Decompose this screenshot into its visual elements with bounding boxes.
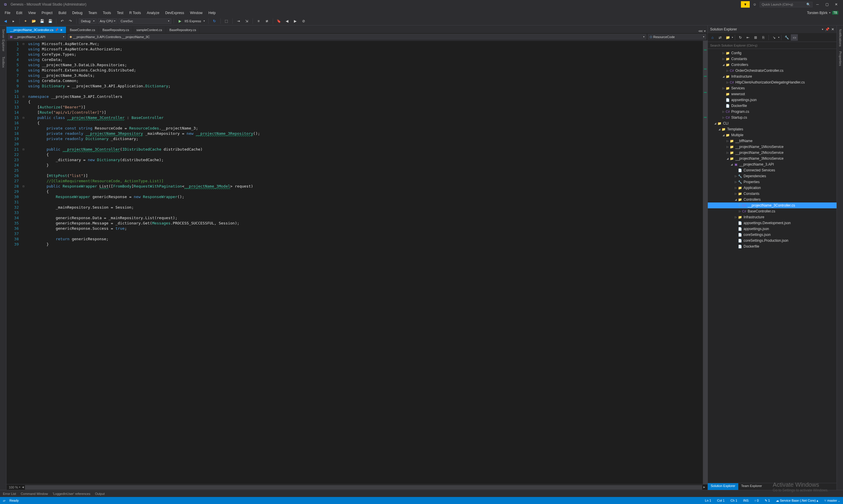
solution-search-input[interactable] [708,42,837,49]
expander-icon[interactable]: ◢ [713,122,717,125]
expander-icon[interactable]: ▷ [725,69,729,72]
expander-icon[interactable]: ▷ [725,81,729,84]
tool-window-tab[interactable]: 'LoggedInUser' references [53,492,90,496]
expander-icon[interactable]: ▷ [721,87,725,90]
refresh-icon[interactable]: ↻ [737,34,744,41]
clear-bookmarks-icon[interactable]: ⊘ [300,18,307,24]
startup-project-dropdown[interactable]: CoreSvc▾ [119,18,171,24]
tree-node[interactable]: ◢📁Templates [708,126,837,132]
side-tab[interactable]: Server Explorer [0,27,6,54]
feedback-icon[interactable]: ☺ [750,1,759,7]
tree-node[interactable]: 📄coreSettings.json [708,232,837,238]
menu-r-tools[interactable]: R Tools [126,10,144,16]
sync-icon[interactable]: ⇄ [717,34,724,41]
tree-node[interactable]: ▷📁Infrastructure [708,214,837,220]
doc-tab[interactable]: sampleContext.cs [133,27,166,33]
tree-node[interactable]: ▷📁Services [708,85,837,91]
expander-icon[interactable]: ▷ [725,151,729,154]
run-icon[interactable]: ▶ [176,18,183,24]
tree-node[interactable]: ▷📁Constants [708,56,837,62]
menu-build[interactable]: Build [55,10,69,16]
tree-node[interactable]: 📄appsettings.json [708,97,837,103]
menu-edit[interactable]: Edit [13,10,25,16]
new-project-icon[interactable]: ✦ [22,18,29,24]
tree-node[interactable]: ▷📁__bffName [708,138,837,144]
expander-icon[interactable]: ▷ [721,57,725,60]
expander-icon[interactable]: ▷ [734,175,738,178]
menu-file[interactable]: File [2,10,13,16]
menu-help[interactable]: Help [206,10,219,16]
tree-node[interactable]: ▷📁Application [708,185,837,191]
tree-node[interactable]: ▷C#HttpClientAuthorizationDelegatingHand… [708,79,837,85]
tree-node[interactable]: 📄Dockerfile [708,244,837,249]
vertical-scrollbar[interactable] [703,41,707,484]
expander-icon[interactable]: ◢ [725,157,729,160]
platform-dropdown[interactable]: Any CPU▾ [98,18,117,24]
zoom-level[interactable]: 100 % [9,486,18,489]
expander-icon[interactable]: ▷ [738,204,742,207]
nav-fwd-icon[interactable]: ▸ [10,18,17,24]
side-tab[interactable]: Properties [837,49,843,68]
tree-node[interactable]: ▷C#Program.cs [708,109,837,114]
expander-icon[interactable]: ▷ [734,192,738,195]
preview-icon[interactable]: ▭ [791,34,798,41]
panel-pin-icon[interactable]: 📌 [825,27,829,31]
expander-icon[interactable]: ◢ [734,198,738,201]
properties-icon[interactable]: 🔧 [783,34,790,41]
tool-window-tab[interactable]: Error List [3,492,16,496]
menu-analyze[interactable]: Analyze [144,10,162,16]
expander-icon[interactable]: ▷ [738,210,742,213]
panel-dropdown-icon[interactable]: ▾ [822,28,823,31]
menu-project[interactable]: Project [39,10,55,16]
tab-overflow-icon[interactable]: ⋘ ▾ [696,29,707,33]
comment-icon[interactable]: ≡ [255,18,262,24]
tree-node[interactable]: ▷🔧Dependencies [708,173,837,179]
tree-node[interactable]: ▷C#__projectName_3Controller.cs [708,202,837,208]
step-into-icon[interactable]: ⇥ [235,18,242,24]
fold-gutter[interactable]: ⊟⊟⊟⊟⊟ [21,41,26,484]
doc-tab[interactable]: BaseRepository.cs [166,27,200,33]
tree-node[interactable]: ▷C#BaseController.cs [708,208,837,214]
open-file-icon[interactable]: 📂 [30,18,37,24]
menu-view[interactable]: View [25,10,39,16]
redo-icon[interactable]: ↷ [67,18,74,24]
doc-tab[interactable]: __projectName_3Controller.cs📌✕ [6,27,66,33]
tree-node[interactable]: ▷🔧Properties [708,179,837,185]
quick-launch-input[interactable]: Quick Launch (Ctrl+ş) 🔍 [760,2,812,7]
copy-icon[interactable]: ⎘ [760,34,767,41]
expander-icon[interactable]: ▷ [721,52,725,54]
tree-node[interactable]: 📄Dockerfile [708,103,837,109]
tree-node[interactable]: ◢📁Controllers [708,62,837,68]
save-all-icon[interactable]: 💾 [47,18,54,24]
expander-icon[interactable]: ▷ [725,140,729,142]
close-icon[interactable]: ✕ [60,29,63,32]
branch-name[interactable]: ⑂ master ▴ [824,499,840,502]
collapse-all-icon[interactable]: ⇤ [744,34,752,41]
code-editor[interactable]: 1234567891011121314151617181920212223242… [6,41,707,484]
doc-tab[interactable]: BaseController.cs [66,27,99,33]
tree-node[interactable]: 📄appsettings.json [708,226,837,232]
menu-tools[interactable]: Tools [100,10,114,16]
step-over-icon[interactable]: ⇲ [243,18,250,24]
tree-node[interactable]: 📁wwwroot [708,91,837,97]
tree-node[interactable]: ◢📁Multiple [708,132,837,138]
tree-node[interactable]: ◢📁Controllers [708,197,837,202]
tree-node[interactable]: ◢📁Infrastructure [708,74,837,79]
next-bookmark-icon[interactable]: ▶ [292,18,299,24]
expander-icon[interactable]: ▷ [734,186,738,189]
menu-team[interactable]: Team [85,10,100,16]
expander-icon[interactable]: ◢ [717,128,721,131]
tree-node[interactable]: 📄coreSettings.Production.json [708,238,837,244]
solution-tree[interactable]: ▷📁Config▷📁Constants◢📁Controllers▷C#Order… [708,49,837,483]
tree-node[interactable]: ▷📁Config [708,50,837,56]
expander-icon[interactable]: ◢ [721,63,725,66]
user-account[interactable]: Torsten Björk ▾ TB [804,10,841,16]
publish-icon[interactable]: ↑ 0 [754,499,759,502]
config-dropdown[interactable]: Debug▾ [79,18,97,24]
solution-search[interactable] [708,42,837,49]
tree-node[interactable]: ◢📁__projectName_3MicroService [708,156,837,161]
tree-node[interactable]: ◢📁CLI [708,121,837,126]
pending-changes-icon[interactable]: 📁 [724,34,731,41]
tree-node[interactable]: ▷📁Constants [708,191,837,197]
nav-back-icon[interactable]: ◀ [2,18,9,24]
